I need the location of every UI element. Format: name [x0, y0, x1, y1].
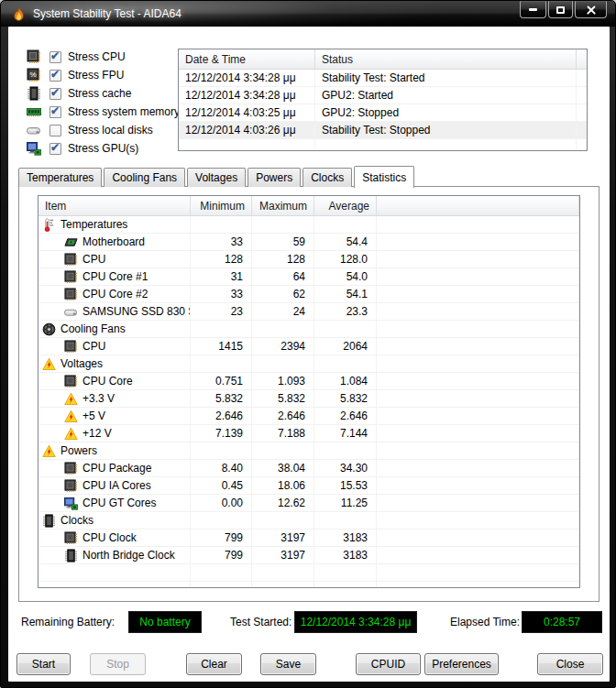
- column-header-datetime[interactable]: Date & Time: [179, 49, 315, 69]
- stop-button: Stop: [90, 653, 146, 675]
- group-row-temperatures[interactable]: Temperatures: [38, 216, 579, 234]
- maximum-cell: 59: [252, 234, 314, 250]
- warning-icon: [64, 410, 78, 423]
- blank-cell: [377, 425, 579, 442]
- minimum-cell: [191, 442, 252, 459]
- maximum-cell: 24: [252, 303, 314, 320]
- title-bar[interactable]: System Stability Test - AIDA64: [1, 1, 615, 27]
- log-datetime: 12/12/2014 3:34:28 μμ: [179, 70, 315, 86]
- column-header-minimum[interactable]: Minimum: [191, 196, 252, 215]
- log-row[interactable]: 12/12/2014 4:03:25 μμGPU2: Stopped: [179, 104, 587, 122]
- test-started-label: Test Started:: [230, 616, 292, 628]
- log-status: GPU2: Stopped: [315, 104, 577, 121]
- group-row-voltages[interactable]: Voltages: [38, 355, 579, 373]
- blank-cell: [377, 286, 579, 302]
- column-header-maximum[interactable]: Maximum: [252, 196, 314, 215]
- table-row-5-v[interactable]: +5 V2.6462.6462.646: [38, 408, 579, 425]
- tab-voltages[interactable]: Voltages: [187, 168, 246, 187]
- minimum-cell: 2.646: [191, 408, 252, 424]
- checkbox-stress-local-disks[interactable]: [50, 125, 61, 137]
- table-row-cpu-core-2[interactable]: CPU Core #2336254.1: [38, 286, 579, 303]
- save-button[interactable]: Save: [260, 653, 316, 675]
- checkbox-stress-gpu-s[interactable]: [50, 143, 61, 155]
- table-row-cpu[interactable]: CPU141523942064: [38, 338, 579, 355]
- warning-icon: [42, 444, 56, 458]
- item-label: Cooling Fans: [60, 322, 126, 335]
- table-row-cpu-core[interactable]: CPU Core0.7511.0931.084: [38, 373, 579, 390]
- blank-cell: [377, 547, 579, 563]
- action-buttons: StartStopClearSaveCPUIDPreferencesClose: [8, 653, 610, 675]
- table-row-cpu-package[interactable]: CPU Package8.4038.0434.30: [38, 460, 579, 477]
- warning-icon: [64, 427, 78, 441]
- minimum-cell: 8.40: [191, 460, 252, 476]
- stress-option-stress-system-memory: Stress system memory: [27, 103, 180, 121]
- cpuid-button[interactable]: CPUID: [356, 653, 421, 675]
- chip-icon: [27, 49, 41, 64]
- average-cell: 54.4: [314, 234, 377, 250]
- checkbox-stress-cpu[interactable]: [50, 51, 61, 63]
- disk-icon: [27, 123, 41, 137]
- tab-powers[interactable]: Powers: [248, 168, 301, 187]
- checkbox-stress-fpu[interactable]: [50, 70, 61, 82]
- checkbox-stress-cache[interactable]: [50, 88, 61, 100]
- log-row[interactable]: 12/12/2014 3:34:28 μμGPU2: Started: [179, 87, 587, 104]
- maximize-button[interactable]: [548, 1, 573, 18]
- table-row-3-3-v[interactable]: +3.3 V5.8325.8325.832: [38, 390, 579, 408]
- blank-cell: [377, 408, 579, 424]
- group-row-powers[interactable]: Powers: [38, 442, 579, 460]
- start-button[interactable]: Start: [16, 653, 71, 675]
- column-header-blank: [377, 196, 579, 215]
- group-row-cooling-fans[interactable]: Cooling Fans: [38, 321, 579, 338]
- table-row-cpu[interactable]: CPU128128128.0: [38, 251, 579, 268]
- filler-cell: [252, 582, 314, 587]
- blank-cell: [377, 268, 579, 285]
- log-datetime: 12/12/2014 4:03:26 μμ: [179, 122, 315, 138]
- table-row-cpu-gt-cores[interactable]: CPU GT Cores0.0012.6211.25: [38, 495, 579, 512]
- minimum-cell: 0.00: [191, 495, 252, 511]
- item-label: Powers: [60, 444, 97, 457]
- table-row-cpu-ia-cores[interactable]: CPU IA Cores0.4518.0615.53: [38, 477, 579, 495]
- event-log-body: 12/12/2014 3:34:28 μμStability Test: Sta…: [179, 70, 587, 150]
- item-cell: CPU: [38, 251, 191, 268]
- event-log-table: Date & Time Status 12/12/2014 3:34:28 μμ…: [178, 49, 588, 151]
- item-cell: CPU: [38, 338, 191, 355]
- preferences-button[interactable]: Preferences: [424, 653, 499, 675]
- item-cell: CPU Core #2: [38, 286, 191, 302]
- log-blank: [577, 122, 588, 138]
- table-row-12-v[interactable]: +12 V7.1397.1887.144: [38, 425, 579, 442]
- tab-temperatures[interactable]: Temperatures: [18, 168, 102, 187]
- column-header-item[interactable]: Item: [38, 196, 191, 215]
- warning-icon: [42, 357, 56, 371]
- close-button[interactable]: Close: [537, 653, 603, 675]
- tab-cooling-fans[interactable]: Cooling Fans: [104, 168, 185, 187]
- item-cell: Clocks: [38, 512, 191, 529]
- tab-clocks[interactable]: Clocks: [302, 168, 352, 187]
- minimum-cell: [191, 216, 252, 233]
- checkbox-stress-system-memory[interactable]: [50, 106, 61, 118]
- chip-icon: [64, 375, 78, 388]
- tab-statistics[interactable]: Statistics: [354, 166, 414, 188]
- table-row-north-bridge-clock[interactable]: North Bridge Clock79931973183: [38, 547, 579, 564]
- column-header-average[interactable]: Average: [314, 196, 377, 215]
- svg-text:%: %: [29, 71, 36, 79]
- log-row[interactable]: 12/12/2014 4:03:26 μμStability Test: Sto…: [179, 122, 587, 139]
- thermometer-icon: [42, 218, 56, 232]
- elapsed-time-label: Elapsed Time:: [450, 616, 520, 628]
- log-row[interactable]: 12/12/2014 3:34:28 μμStability Test: Sta…: [179, 70, 587, 87]
- column-header-status[interactable]: Status: [315, 49, 577, 69]
- blank-cell: [377, 373, 579, 389]
- group-row-clocks[interactable]: Clocks: [38, 512, 579, 530]
- table-row-motherboard[interactable]: Motherboard335954.4: [38, 234, 579, 251]
- table-row-samsung-ssd-830-s[interactable]: SAMSUNG SSD 830 S...232423.3: [38, 303, 579, 321]
- minimize-button[interactable]: [520, 1, 546, 18]
- table-row-cpu-clock[interactable]: CPU Clock79931973183: [38, 530, 579, 547]
- memory-icon: [27, 104, 41, 119]
- close-button[interactable]: [575, 1, 607, 18]
- clear-button[interactable]: Clear: [186, 653, 242, 675]
- filler-cell: [314, 564, 377, 581]
- blank-cell: [377, 530, 579, 546]
- table-row-cpu-core-1[interactable]: CPU Core #1316454.0: [38, 268, 579, 286]
- stress-option-label: Stress local disks: [68, 124, 153, 137]
- maximum-cell: 18.06: [252, 477, 314, 494]
- item-label: CPU: [82, 340, 105, 353]
